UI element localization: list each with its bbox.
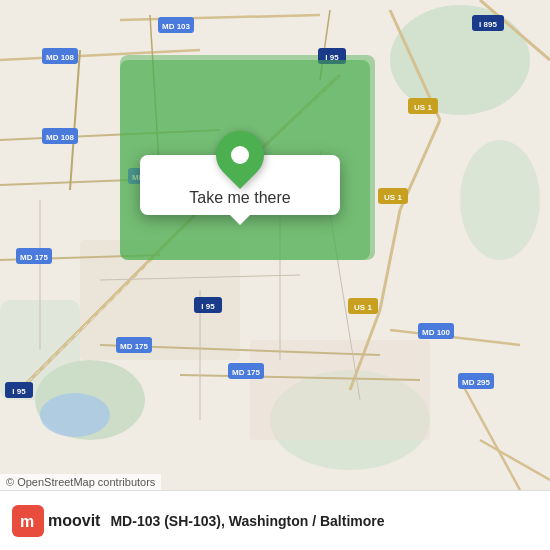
svg-text:I 895: I 895 <box>479 20 497 29</box>
svg-text:I 95: I 95 <box>325 53 339 62</box>
attribution-text: © OpenStreetMap contributors <box>6 476 155 488</box>
svg-text:MD 108: MD 108 <box>46 53 75 62</box>
map-attribution: © OpenStreetMap contributors <box>0 474 161 490</box>
map-container: MD 103 MD 108 MD 108 MD 108 MD 175 MD 17… <box>0 0 550 490</box>
info-bar: m moovit MD-103 (SH-103), Washington / B… <box>0 490 550 550</box>
route-region: Washington / Baltimore <box>229 513 385 529</box>
svg-text:MD 103: MD 103 <box>162 22 191 31</box>
svg-text:MD 108: MD 108 <box>46 133 75 142</box>
svg-text:I 95: I 95 <box>201 302 215 311</box>
svg-text:US 1: US 1 <box>384 193 402 202</box>
svg-text:I 95: I 95 <box>12 387 26 396</box>
route-info: MD-103 (SH-103), Washington / Baltimore <box>110 513 538 529</box>
svg-text:US 1: US 1 <box>354 303 372 312</box>
svg-point-4 <box>460 140 540 260</box>
svg-text:MD 100: MD 100 <box>422 328 451 337</box>
svg-text:MD 175: MD 175 <box>20 253 49 262</box>
map-svg: MD 103 MD 108 MD 108 MD 108 MD 175 MD 17… <box>0 0 550 490</box>
svg-text:US 1: US 1 <box>414 103 432 112</box>
moovit-icon: m <box>12 505 44 537</box>
moovit-logo: m moovit <box>12 505 100 537</box>
svg-text:MD 175: MD 175 <box>232 368 261 377</box>
route-title: MD-103 (SH-103), Washington / Baltimore <box>110 513 538 529</box>
popup-label[interactable]: Take me there <box>189 189 290 207</box>
svg-point-6 <box>40 393 110 437</box>
svg-text:MD 295: MD 295 <box>462 378 491 387</box>
route-road: MD-103 (SH-103), <box>110 513 224 529</box>
svg-text:MD 175: MD 175 <box>120 342 149 351</box>
pin-inner <box>231 146 249 164</box>
svg-text:m: m <box>20 513 34 530</box>
svg-rect-8 <box>250 340 430 440</box>
moovit-text: moovit <box>48 512 100 530</box>
popup-card[interactable]: Take me there <box>140 155 340 215</box>
